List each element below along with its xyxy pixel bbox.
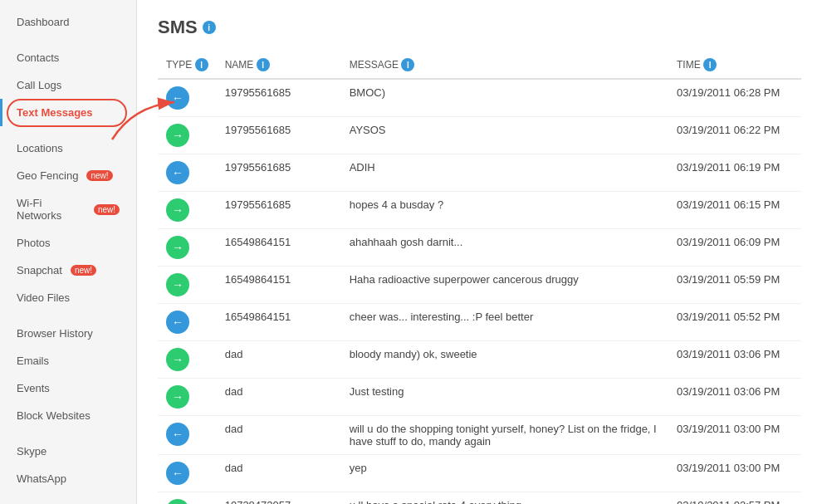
cell-type-10: ← [158, 455, 217, 492]
outgoing-icon: → [166, 499, 189, 504]
cell-name-10: dad [217, 455, 341, 492]
incoming-icon: ← [166, 161, 189, 184]
cell-message-9: will u do the shopping tonight yurself, … [341, 416, 668, 455]
cell-message-4: ahahhaah gosh darnit... [341, 229, 668, 267]
cell-message-10: yep [341, 455, 668, 492]
incoming-icon: ← [166, 311, 189, 334]
sidebar-item-label: Geo Fencing [17, 169, 78, 182]
outgoing-icon: → [166, 124, 189, 147]
sidebar-item-label: Locations [17, 142, 63, 154]
sidebar-item-call-logs[interactable]: Call Logs [0, 71, 136, 99]
cell-type-7: → [158, 341, 217, 379]
cell-time-10: 03/19/2011 03:00 PM [668, 455, 801, 492]
sidebar-item-label: Text Messages [17, 106, 93, 119]
message-info-icon[interactable]: i [401, 58, 414, 71]
sidebar-item-label: Photos [17, 237, 50, 249]
table-row: →16549864151Haha radioactive superpower … [158, 267, 801, 304]
table-row: →19738472057u ll have a special rate 4 e… [158, 492, 801, 505]
content-area: SMS i TYPE i NAME i MESSAGE i [137, 0, 822, 504]
sidebar-item-label: Video Files [17, 291, 70, 304]
sidebar-item-dashboard[interactable]: Dashboard [0, 8, 136, 36]
incoming-icon: ← [166, 423, 189, 446]
sidebar-item-browser-history[interactable]: Browser History [0, 320, 136, 347]
cell-time-11: 03/19/2011 02:57 PM [668, 492, 801, 505]
sidebar-item-label: Contacts [17, 51, 59, 64]
sidebar-item-block-websites[interactable]: Block Websites [0, 402, 136, 429]
cell-time-1: 03/19/2011 06:22 PM [668, 117, 801, 154]
cell-name-9: dad [217, 416, 341, 455]
col-header-name: NAME i [217, 51, 341, 79]
cell-message-2: ADIH [341, 154, 668, 192]
sidebar-item-label: Wi-Fi Networks [17, 197, 86, 222]
incoming-icon: ← [166, 86, 189, 110]
cell-message-7: bloody mandy) ok, sweetie [341, 341, 668, 379]
cell-time-3: 03/19/2011 06:15 PM [668, 192, 801, 229]
outgoing-icon: → [166, 348, 189, 371]
sidebar-badge-wi-fi-networks: new! [94, 204, 120, 215]
table-row: →dadJust testing03/19/2011 03:06 PM [158, 379, 801, 416]
sidebar-item-photos[interactable]: Photos [0, 229, 136, 257]
cell-name-4: 16549864151 [217, 229, 341, 267]
sidebar: DashboardContactsCall LogsText MessagesL… [0, 0, 137, 504]
outgoing-icon: → [166, 385, 189, 409]
sidebar-item-events[interactable]: Events [0, 374, 136, 402]
table-row: →dadbloody mandy) ok, sweetie03/19/2011 … [158, 341, 801, 379]
table-row: ←dadwill u do the shopping tonight yurse… [158, 416, 801, 455]
cell-time-8: 03/19/2011 03:06 PM [668, 379, 801, 416]
sidebar-item-label: Emails [17, 355, 49, 367]
cell-name-2: 19795561685 [217, 154, 341, 192]
col-header-type: TYPE i [158, 51, 217, 79]
cell-name-8: dad [217, 379, 341, 416]
page-title-text: SMS [158, 17, 198, 38]
cell-name-11: 19738472057 [217, 492, 341, 505]
table-body: ←19795561685BMOC)03/19/2011 06:28 PM→197… [158, 79, 801, 504]
cell-name-1: 19795561685 [217, 117, 341, 154]
cell-name-7: dad [217, 341, 341, 379]
cell-type-9: ← [158, 416, 217, 455]
sidebar-item-label: Skype [17, 445, 46, 458]
cell-type-3: → [158, 192, 217, 229]
sidebar-badge-geo-fencing: new! [86, 170, 112, 181]
table-row: →19795561685AYSOS03/19/2011 06:22 PM [158, 117, 801, 154]
cell-message-11: u ll have a special rate 4 every thing [341, 492, 668, 505]
cell-type-11: → [158, 492, 217, 505]
sidebar-item-snapchat[interactable]: Snapchatnew! [0, 257, 136, 284]
cell-message-5: Haha radioactive superpower cancerous dr… [341, 267, 668, 304]
cell-time-9: 03/19/2011 03:00 PM [668, 416, 801, 455]
name-info-icon[interactable]: i [257, 58, 270, 71]
outgoing-icon: → [166, 236, 189, 259]
sidebar-item-whatsapp[interactable]: WhatsApp [0, 465, 136, 492]
cell-name-0: 19795561685 [217, 79, 341, 117]
cell-time-4: 03/19/2011 06:09 PM [668, 229, 801, 267]
time-info-icon[interactable]: i [703, 58, 717, 71]
cell-time-2: 03/19/2011 06:19 PM [668, 154, 801, 192]
cell-time-6: 03/19/2011 05:52 PM [668, 304, 801, 341]
table-row: ←16549864151cheer was... interesting... … [158, 304, 801, 341]
main-content: SMS i TYPE i NAME i MESSAGE i [137, 0, 822, 504]
type-info-icon[interactable]: i [195, 58, 208, 71]
cell-time-0: 03/19/2011 06:28 PM [668, 79, 801, 117]
sidebar-item-video-files[interactable]: Video Files [0, 284, 136, 311]
cell-time-5: 03/19/2011 05:59 PM [668, 267, 801, 304]
page-title: SMS i [158, 17, 801, 38]
sidebar-item-emails[interactable]: Emails [0, 347, 136, 374]
incoming-icon: ← [166, 462, 189, 485]
sidebar-item-skype[interactable]: Skype [0, 438, 136, 465]
cell-type-2: ← [158, 154, 217, 192]
cell-type-6: ← [158, 304, 217, 341]
sidebar-item-geo-fencing[interactable]: Geo Fencingnew! [0, 162, 136, 189]
cell-type-8: → [158, 379, 217, 416]
sidebar-item-label: Block Websites [17, 409, 91, 422]
cell-message-0: BMOC) [341, 79, 668, 117]
title-info-icon[interactable]: i [203, 21, 216, 34]
sidebar-item-contacts[interactable]: Contacts [0, 44, 136, 71]
outgoing-icon: → [166, 198, 189, 222]
sidebar-item-locations[interactable]: Locations [0, 135, 136, 162]
sidebar-item-label: Events [17, 382, 50, 394]
sidebar-item-text-messages[interactable]: Text Messages [0, 99, 136, 126]
sidebar-badge-snapchat: new! [71, 265, 96, 276]
sidebar-item-wi-fi-networks[interactable]: Wi-Fi Networksnew! [0, 189, 136, 229]
cell-type-1: → [158, 117, 217, 154]
sidebar-item-label: Dashboard [17, 16, 70, 28]
sms-table: TYPE i NAME i MESSAGE i TIME i [158, 51, 801, 504]
